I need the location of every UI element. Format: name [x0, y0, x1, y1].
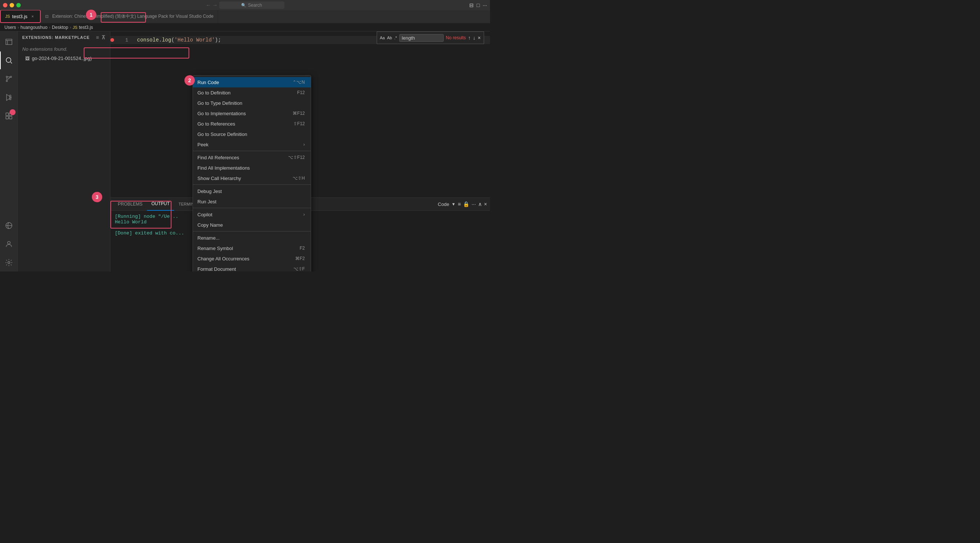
sidebar-item-source-control[interactable] [0, 70, 18, 88]
menu-separator [193, 231, 311, 231]
menu-item-label-copy-name: Copy Name [197, 222, 305, 228]
menu-item-run-code[interactable]: Run Code⌃⌥N [193, 77, 311, 88]
menu-item-format-document[interactable]: Format Document⌥⇧F [193, 264, 311, 272]
sidebar-item-remote[interactable] [0, 217, 18, 234]
menu-item-copy-name[interactable]: Copy Name [193, 220, 311, 230]
search-icon: 🔍 [241, 3, 246, 8]
menu-item-label-change-all-occurrences: Change All Occurrences [197, 256, 286, 261]
svg-point-11 [7, 242, 10, 244]
panel-list-icon[interactable]: ≡ [458, 201, 461, 207]
menu-item-label-format-document: Format Document [197, 266, 285, 272]
find-next-icon[interactable]: ↓ [473, 35, 476, 41]
maximize-button[interactable] [16, 3, 21, 7]
menu-item-shortcut-go-to-references: ⇧F12 [293, 121, 305, 126]
layout-icon[interactable]: □ [477, 2, 480, 8]
menu-item-show-call-hierarchy[interactable]: Show Call Hierarchy⌥⇧H [193, 173, 311, 183]
find-close-icon[interactable]: × [478, 35, 481, 41]
tab-problems[interactable]: PROBLEMS [113, 198, 147, 211]
breadcrumb-desktop: Desktop [52, 25, 68, 30]
more-icon[interactable]: ··· [483, 2, 487, 8]
titlebar-center: ← → 🔍 Search [205, 2, 284, 9]
menu-item-rename-symbol[interactable]: Rename SymbolF2 [193, 243, 311, 253]
search-bar[interactable]: 🔍 Search [219, 2, 284, 9]
context-menu: Run Code⌃⌥NGo to DefinitionF12Go to Type… [192, 75, 311, 272]
panel-close-icon[interactable]: × [484, 201, 487, 207]
menu-item-shortcut-go-to-definition: F12 [297, 90, 305, 95]
menu-item-label-debug-jest: Debug Jest [197, 188, 305, 194]
menu-item-debug-jest[interactable]: Debug Jest [193, 186, 311, 196]
menu-item-label-go-to-implementations: Go to Implementations [197, 111, 284, 116]
svg-rect-6 [6, 113, 8, 116]
sidebar-item-search[interactable] [0, 51, 18, 69]
sidebar-item-extensions[interactable] [0, 107, 18, 125]
menu-item-label-find-all-implementations: Find All Implementations [197, 165, 305, 171]
tab-output[interactable]: OUTPUT [147, 198, 174, 211]
search-find-icon: Aa [380, 35, 385, 40]
nav-forward-icon[interactable]: → [212, 2, 217, 8]
menu-item-shortcut-format-document: ⌥⇧F [293, 266, 305, 272]
svg-point-0 [6, 58, 11, 63]
close-button[interactable] [3, 3, 7, 7]
nav-back-icon[interactable]: ← [205, 2, 211, 8]
menu-item-go-to-definition[interactable]: Go to DefinitionF12 [193, 88, 311, 98]
sidebar-item-run[interactable] [0, 89, 18, 106]
svg-rect-5 [9, 95, 11, 100]
breadcrumb: Users › huangoushuo › Desktop › JS test3… [0, 23, 490, 32]
menu-separator [193, 185, 311, 185]
tab-label: test3.js [12, 14, 27, 19]
sidebar-no-extensions: No extensions found. [18, 43, 110, 55]
menu-item-go-to-source-definition[interactable]: Go to Source Definition [193, 129, 311, 139]
menu-item-go-to-implementations[interactable]: Go to Implementations⌘F12 [193, 108, 311, 118]
panel-lock-icon[interactable]: 🔒 [463, 201, 469, 207]
tab-ext-label: Extension: Chinese (Simplified) (简体中文) L… [52, 13, 213, 20]
sidebar-item-settings[interactable] [0, 254, 18, 272]
find-input[interactable] [399, 34, 444, 42]
find-no-results: No results [446, 35, 466, 40]
tab-extension[interactable]: ⊡ Extension: Chinese (Simplified) (简体中文)… [41, 10, 218, 23]
panel-collapse-icon[interactable]: ∧ [478, 201, 482, 207]
panel-more-icon[interactable]: ··· [471, 201, 476, 207]
tab-ext-icon: ⊡ [45, 14, 49, 19]
find-bar: Aa Ab .* No results ↑ ↓ × [377, 32, 484, 44]
svg-point-2 [10, 76, 11, 78]
file-label: go-2024-09-21-001524..jpg) [32, 56, 92, 61]
minimize-button[interactable] [10, 3, 14, 7]
main-layout: EXTENSIONS: MARKETPLACE ≡ ⊼ No extension… [0, 32, 490, 272]
menu-item-shortcut-run-code: ⌃⌥N [293, 80, 305, 85]
sidebar-title-label: EXTENSIONS: MARKETPLACE [22, 35, 90, 40]
menu-item-run-jest[interactable]: Run Jest [193, 196, 311, 207]
menu-item-shortcut-change-all-occurrences: ⌘F2 [295, 256, 305, 261]
menu-item-peek[interactable]: Peek› [193, 139, 311, 150]
output-dropdown-icon[interactable]: ▼ [452, 202, 455, 206]
sidebar-file-item[interactable]: 🖼 go-2024-09-21-001524..jpg) [18, 55, 110, 62]
split-editor-icon[interactable]: ⊟ [469, 2, 474, 8]
traffic-lights [3, 3, 21, 7]
line-dot [110, 38, 114, 42]
menu-item-arrow-copilot: › [303, 212, 305, 217]
sidebar: EXTENSIONS: MARKETPLACE ≡ ⊼ No extension… [18, 32, 110, 272]
code-func: console [137, 37, 159, 43]
sidebar-item-accounts[interactable] [0, 235, 18, 253]
menu-item-find-all-implementations[interactable]: Find All Implementations [193, 162, 311, 173]
breadcrumb-users: Users [5, 25, 16, 30]
step-badge-2: 2 [185, 75, 195, 86]
menu-item-go-to-type-definition[interactable]: Go to Type Definition [193, 98, 311, 108]
regex-icon[interactable]: .* [394, 35, 397, 40]
menu-item-find-all-references[interactable]: Find All References⌥⇧F12 [193, 152, 311, 162]
menu-item-go-to-references[interactable]: Go to References⇧F12 [193, 118, 311, 129]
titlebar: ← → 🔍 Search ⊟ □ ··· [0, 0, 490, 10]
find-prev-icon[interactable]: ↑ [468, 35, 471, 41]
case-sensitive-icon[interactable]: Ab [387, 35, 392, 40]
tab-close-icon[interactable]: × [30, 13, 35, 19]
sidebar-item-explorer[interactable] [0, 33, 18, 51]
tab-test3js[interactable]: JS test3.js × [0, 10, 41, 23]
menu-item-shortcut-find-all-references: ⌥⇧F12 [288, 155, 305, 160]
menu-item-rename[interactable]: Rename... [193, 232, 311, 243]
menu-item-change-all-occurrences[interactable]: Change All Occurrences⌘F2 [193, 253, 311, 264]
menu-item-label-find-all-references: Find All References [197, 155, 279, 160]
sidebar-sort-icon[interactable]: ⊼ [102, 35, 105, 40]
tab-js-icon: JS [5, 14, 10, 19]
sidebar-filter-icon[interactable]: ≡ [96, 35, 99, 40]
menu-item-arrow-peek: › [303, 142, 305, 147]
menu-item-copilot[interactable]: Copilot› [193, 209, 311, 220]
